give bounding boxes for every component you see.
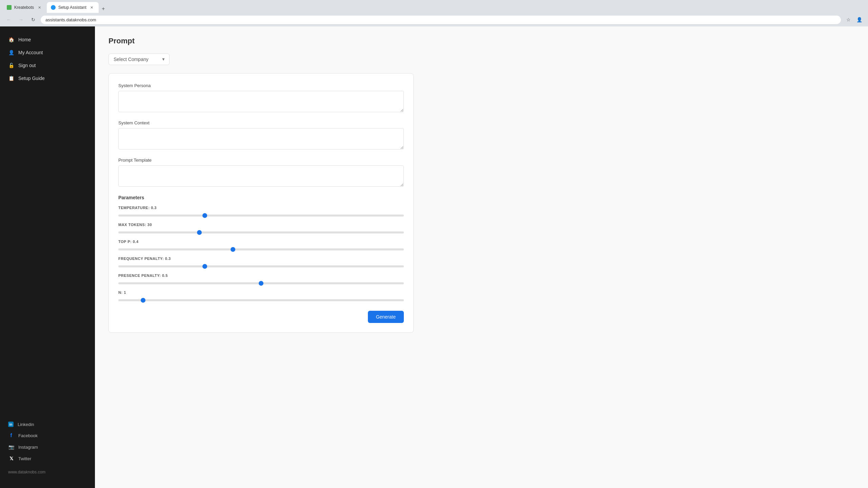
param-temperature-label: TEMPERATURE: 0.3 <box>118 206 404 210</box>
address-text: assistants.dataknobs.com <box>45 17 96 22</box>
system-persona-input[interactable] <box>118 91 404 112</box>
back-button[interactable]: ← <box>4 15 14 24</box>
parameters-title: Parameters <box>118 195 404 200</box>
sidebar-label-twitter: Twitter <box>18 456 31 461</box>
sidebar-item-sign-out[interactable]: 🔓 Sign out <box>0 59 95 72</box>
sidebar-item-linkedin[interactable]: in Linkedin <box>0 419 95 430</box>
sidebar-footer-url: www.dataknobs.com <box>0 464 95 474</box>
page-title: Prompt <box>108 37 854 45</box>
sidebar-nav: 🏠 Home 👤 My Account 🔓 Sign out 📋 Setup G… <box>0 33 95 92</box>
new-tab-button[interactable]: + <box>99 5 107 13</box>
reload-button[interactable]: ↻ <box>28 15 38 24</box>
param-frequency-penalty: FREQUENCY PENALTY: 0.3 <box>118 257 404 269</box>
home-icon: 🏠 <box>8 37 14 43</box>
param-presence-penalty-label: PRESENCE PENALTY: 0.5 <box>118 273 404 278</box>
param-presence-penalty: PRESENCE PENALTY: 0.5 <box>118 273 404 286</box>
param-top-p-slider[interactable] <box>118 248 404 250</box>
tab-close-kreatebots[interactable]: ✕ <box>37 5 42 10</box>
sidebar-label-facebook: Facebook <box>18 433 38 438</box>
system-context-section: System Context <box>118 120 404 151</box>
sidebar-item-label-home: Home <box>18 37 31 42</box>
sidebar-label-linkedin: Linkedin <box>18 422 34 427</box>
sidebar-item-instagram[interactable]: 📷 Instagram <box>0 441 95 453</box>
system-persona-section: System Persona <box>118 83 404 114</box>
param-max-tokens-label: MAX TOKENS: 30 <box>118 223 404 227</box>
generate-section: Generate <box>118 311 404 323</box>
sidebar-item-label-my-account: My Account <box>18 50 43 55</box>
param-max-tokens: MAX TOKENS: 30 <box>118 223 404 235</box>
param-frequency-penalty-slider[interactable] <box>118 265 404 267</box>
tab-setup-assistant[interactable]: Setup Assistant ✕ <box>47 2 99 13</box>
sidebar-label-instagram: Instagram <box>18 445 38 450</box>
param-max-tokens-slider[interactable] <box>118 231 404 233</box>
profile-button[interactable]: 👤 <box>854 15 864 24</box>
system-context-input[interactable] <box>118 128 404 149</box>
param-temperature-slider[interactable] <box>118 215 404 217</box>
tab-label-setup-assistant: Setup Assistant <box>58 5 86 10</box>
sidebar-item-twitter[interactable]: 𝕏 Twitter <box>0 453 95 464</box>
address-bar-actions: ☆ 👤 <box>844 15 864 24</box>
sidebar-item-facebook[interactable]: f Facebook <box>0 430 95 441</box>
content-area: Prompt Select Company ▼ System Persona S… <box>95 26 868 488</box>
prompt-card: System Persona System Context Prompt Tem… <box>108 73 414 333</box>
sidebar-item-label-sign-out: Sign out <box>18 63 36 68</box>
tab-bar: Kreatebots ✕ Setup Assistant ✕ + <box>0 0 868 13</box>
address-bar[interactable]: assistants.dataknobs.com <box>41 16 841 24</box>
instagram-icon: 📷 <box>8 444 14 450</box>
param-n-slider[interactable] <box>118 299 404 301</box>
company-select-wrapper: Select Company ▼ <box>108 54 170 65</box>
forward-button[interactable]: → <box>16 15 26 24</box>
tab-close-setup-assistant[interactable]: ✕ <box>89 5 95 10</box>
sidebar-item-setup-guide[interactable]: 📋 Setup Guide <box>0 72 95 85</box>
param-frequency-penalty-label: FREQUENCY PENALTY: 0.3 <box>118 257 404 261</box>
company-select[interactable]: Select Company <box>108 54 170 65</box>
sidebar-item-label-setup-guide: Setup Guide <box>18 76 45 81</box>
signout-icon: 🔓 <box>8 62 14 68</box>
address-bar-row: ← → ↻ assistants.dataknobs.com ☆ 👤 <box>0 13 868 26</box>
sidebar-social: in Linkedin f Facebook 📷 Instagram 𝕏 Twi… <box>0 412 95 481</box>
setup-guide-icon: 📋 <box>8 75 14 81</box>
prompt-template-section: Prompt Template <box>118 158 404 188</box>
tab-kreatebots[interactable]: Kreatebots ✕ <box>3 2 46 13</box>
param-top-p-label: TOP P: 0.4 <box>118 240 404 244</box>
parameters-section: Parameters TEMPERATURE: 0.3 MAX TOKENS: … <box>118 195 404 303</box>
bookmark-button[interactable]: ☆ <box>844 15 853 24</box>
tab-favicon-setup-assistant <box>51 5 56 10</box>
linkedin-icon: in <box>8 422 14 427</box>
generate-button[interactable]: Generate <box>368 311 404 323</box>
param-n-label: N: 1 <box>118 290 404 294</box>
sidebar: 🏠 Home 👤 My Account 🔓 Sign out 📋 Setup G… <box>0 26 95 488</box>
twitter-icon: 𝕏 <box>8 455 14 462</box>
sidebar-item-my-account[interactable]: 👤 My Account <box>0 46 95 59</box>
user-icon: 👤 <box>8 49 14 56</box>
facebook-icon: f <box>8 432 14 439</box>
prompt-template-label: Prompt Template <box>118 158 404 163</box>
param-temperature: TEMPERATURE: 0.3 <box>118 206 404 218</box>
system-persona-label: System Persona <box>118 83 404 88</box>
sidebar-item-home[interactable]: 🏠 Home <box>0 33 95 46</box>
param-presence-penalty-slider[interactable] <box>118 282 404 284</box>
tab-label-kreatebots: Kreatebots <box>14 5 34 10</box>
system-context-label: System Context <box>118 120 404 125</box>
browser-chrome: Kreatebots ✕ Setup Assistant ✕ + ← → ↻ a… <box>0 0 868 26</box>
tab-favicon-kreatebots <box>7 5 12 10</box>
prompt-template-input[interactable] <box>118 165 404 187</box>
main-layout: 🏠 Home 👤 My Account 🔓 Sign out 📋 Setup G… <box>0 26 868 488</box>
param-n: N: 1 <box>118 290 404 303</box>
param-top-p: TOP P: 0.4 <box>118 240 404 252</box>
